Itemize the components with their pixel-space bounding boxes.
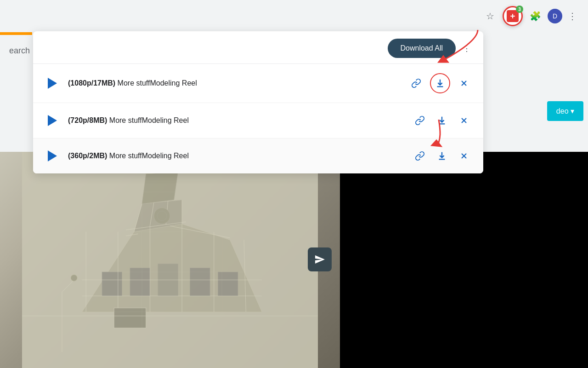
- search-text: earch: [9, 46, 30, 56]
- browser-topbar: ☆ 3 🧩 D ⋮: [0, 0, 588, 32]
- svg-rect-12: [218, 272, 238, 296]
- video-info-720: (720p/8MB) More stuffModeling Reel: [68, 116, 404, 125]
- svg-rect-28: [114, 308, 146, 328]
- download-popup: Download All ⋮ (1080p/17MB) More stuffMo…: [33, 31, 483, 173]
- row-actions-1080: [408, 73, 472, 93]
- download-all-btn[interactable]: Download All: [388, 39, 456, 58]
- play-triangle-icon: [48, 78, 57, 89]
- video-row-360: (360p/2MB) More stuffModeling Reel: [33, 138, 483, 173]
- send-fab-btn[interactable]: [308, 247, 332, 271]
- resolution-360: (360p/2MB): [68, 152, 107, 160]
- popup-header: Download All ⋮: [33, 31, 483, 64]
- play-triangle-icon-720: [48, 115, 57, 126]
- download-btn-1080-highlighted[interactable]: [430, 73, 450, 93]
- black-area: [340, 152, 588, 368]
- avatar-label: D: [553, 12, 557, 20]
- star-icon: ☆: [486, 11, 494, 22]
- link-icon-360[interactable]: [412, 148, 428, 164]
- extension-icon-btn[interactable]: 3: [503, 6, 523, 26]
- browser-menu-btn[interactable]: ⋮: [566, 9, 579, 23]
- resolution-1080: (1080p/17MB): [68, 79, 115, 87]
- kebab-icon: ⋮: [568, 11, 577, 22]
- video-info-1080: (1080p/17MB) More stuffModeling Reel: [68, 79, 401, 87]
- popup-more-btn[interactable]: ⋮: [459, 41, 474, 56]
- bookmark-icon-btn[interactable]: ☆: [481, 7, 499, 25]
- resolution-720: (720p/8MB): [68, 116, 107, 124]
- video-dropdown-btn[interactable]: deo ▾: [547, 101, 583, 121]
- svg-point-23: [154, 208, 170, 224]
- close-btn-360[interactable]: [456, 148, 472, 164]
- row-actions-720: [412, 112, 472, 129]
- download-btn-360[interactable]: [434, 148, 450, 164]
- svg-point-27: [71, 275, 77, 281]
- link-icon-720[interactable]: [412, 112, 428, 129]
- puzzle-icon: 🧩: [530, 11, 541, 22]
- close-btn-1080[interactable]: [456, 75, 472, 92]
- row-actions-360: [412, 148, 472, 164]
- svg-rect-11: [190, 268, 210, 296]
- puzzle-icon-btn[interactable]: 🧩: [526, 7, 544, 25]
- wireframe-image: [0, 152, 340, 368]
- svg-marker-21: [142, 172, 178, 204]
- close-btn-720[interactable]: [456, 112, 472, 129]
- download-btn-720[interactable]: [434, 112, 450, 129]
- play-btn-720[interactable]: [44, 112, 61, 129]
- video-row-720: (720p/8MB) More stuffModeling Reel: [33, 103, 483, 138]
- play-btn-1080[interactable]: [44, 75, 61, 92]
- link-icon-1080[interactable]: [408, 75, 424, 92]
- video-row-1080: (1080p/17MB) More stuffModeling Reel: [33, 64, 483, 103]
- video-info-360: (360p/2MB) More stuffModeling Reel: [68, 152, 404, 160]
- video-title-360: More stuffModeling Reel: [109, 152, 189, 160]
- play-btn-360[interactable]: [44, 148, 61, 164]
- avatar-btn[interactable]: D: [548, 9, 562, 23]
- extension-badge: 3: [516, 6, 523, 13]
- image-area: [0, 152, 588, 368]
- video-title-1080: More stuffModeling Reel: [118, 79, 197, 87]
- svg-rect-9: [130, 268, 150, 296]
- video-title-720: More stuffModeling Reel: [109, 116, 189, 124]
- svg-rect-8: [102, 272, 122, 296]
- play-triangle-icon-360: [48, 150, 57, 161]
- video-btn-label: deo ▾: [556, 107, 574, 115]
